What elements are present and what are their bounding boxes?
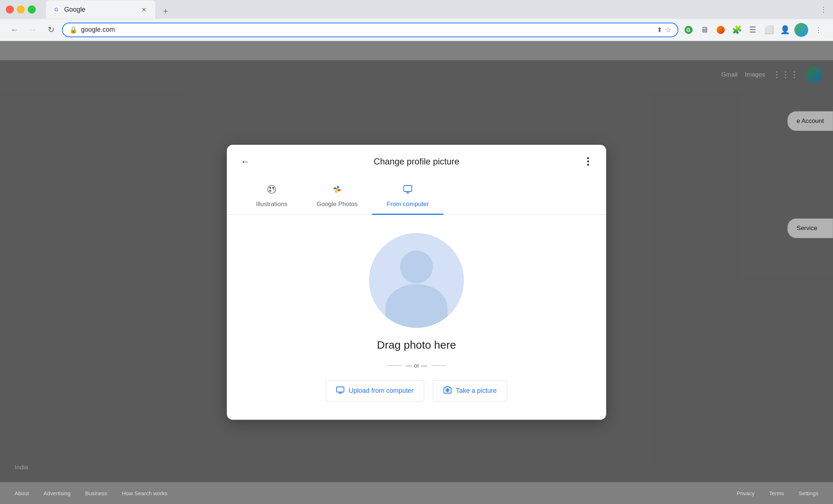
traffic-lights xyxy=(6,5,36,13)
footer-terms[interactable]: Terms xyxy=(769,490,784,496)
from-computer-icon xyxy=(403,184,413,197)
modal-back-button[interactable]: ← xyxy=(237,154,253,170)
svg-point-4 xyxy=(717,26,725,34)
tab-close-button[interactable]: ✕ xyxy=(139,5,148,14)
address-bar[interactable]: 🔒 google.com ⬆ ☆ xyxy=(62,23,678,37)
or-line-left xyxy=(387,365,402,366)
or-divider: — or — xyxy=(387,362,446,369)
profile-avatar[interactable] xyxy=(794,23,808,37)
extension-icon-2[interactable] xyxy=(714,23,727,36)
svg-point-16 xyxy=(447,389,448,391)
footer-privacy[interactable]: Privacy xyxy=(737,490,755,496)
tab-title: Google xyxy=(64,6,136,13)
upload-icon xyxy=(336,386,344,396)
svg-point-6 xyxy=(270,187,271,189)
more-icon xyxy=(587,157,589,166)
modal-overlay: ← Change profile picture xyxy=(0,60,833,504)
google-extension-icon[interactable]: G xyxy=(682,23,695,36)
footer-business[interactable]: Business xyxy=(85,490,107,496)
avatar-preview xyxy=(369,233,464,328)
close-window-button[interactable] xyxy=(6,5,14,13)
upload-from-computer-label: Upload from computer xyxy=(349,387,414,395)
svg-point-8 xyxy=(270,190,271,191)
modal-actions: Upload from computer Take a picture xyxy=(326,380,507,402)
svg-rect-12 xyxy=(337,387,344,392)
window-menu-button[interactable]: ⋮ xyxy=(820,5,827,14)
tab-from-computer[interactable]: From computer xyxy=(372,178,443,215)
tab-google-photos[interactable]: Google Photos xyxy=(302,178,372,215)
illustrations-icon xyxy=(267,184,277,197)
modal-title: Change profile picture xyxy=(253,156,580,167)
maximize-window-button[interactable] xyxy=(28,5,36,13)
svg-text:G: G xyxy=(54,7,58,12)
lock-icon: 🔒 xyxy=(69,26,77,34)
or-line-right xyxy=(431,365,446,366)
or-text: — or — xyxy=(406,362,427,369)
upload-from-computer-button[interactable]: Upload from computer xyxy=(326,380,424,402)
svg-point-7 xyxy=(272,187,274,189)
footer-how-search-works[interactable]: How Search works xyxy=(122,490,167,496)
minimize-window-button[interactable] xyxy=(17,5,25,13)
tab-illustrations[interactable]: Illustrations xyxy=(241,178,302,215)
take-picture-button[interactable]: Take a picture xyxy=(433,380,507,402)
footer-about[interactable]: About xyxy=(15,490,29,496)
avatar-body xyxy=(385,284,448,328)
change-profile-picture-modal: ← Change profile picture xyxy=(227,145,606,420)
address-actions: ⬆ ☆ xyxy=(657,26,671,34)
drag-photo-text: Drag photo here xyxy=(377,339,456,351)
svg-text:G: G xyxy=(686,27,690,33)
toolbar: ← → ↻ 🔒 google.com ⬆ ☆ G 🖥 xyxy=(0,19,833,41)
footer-advertising[interactable]: Advertising xyxy=(43,490,70,496)
page-footer: About Advertising Business How Search wo… xyxy=(0,482,833,504)
refresh-button[interactable]: ↻ xyxy=(44,23,58,37)
new-tab-button[interactable]: + xyxy=(158,4,173,19)
illustrations-label: Illustrations xyxy=(256,201,287,208)
extension-icon-1[interactable]: 🖥 xyxy=(698,23,711,36)
address-text: google.com xyxy=(81,26,653,34)
extension-icon-6[interactable]: 👤 xyxy=(778,23,791,36)
modal-tabs: Illustrations Google Photos xyxy=(227,178,606,215)
title-bar: G Google ✕ + ⋮ xyxy=(0,0,833,19)
modal-header: ← Change profile picture xyxy=(227,145,606,178)
bookmark-icon[interactable]: ☆ xyxy=(665,26,671,34)
google-photos-label: Google Photos xyxy=(317,201,357,208)
google-photos-icon xyxy=(332,184,342,197)
extension-icon-3[interactable]: 🧩 xyxy=(730,23,743,36)
footer-settings[interactable]: Settings xyxy=(799,490,818,496)
svg-rect-9 xyxy=(404,186,412,191)
avatar-head xyxy=(400,251,433,283)
browser-menu-button[interactable]: ⋮ xyxy=(811,23,826,37)
share-icon[interactable]: ⬆ xyxy=(657,26,662,34)
take-picture-label: Take a picture xyxy=(456,387,497,395)
from-computer-label: From computer xyxy=(387,201,429,208)
toolbar-extensions: G 🖥 🧩 ☰ ⬜ 👤 ⋮ xyxy=(682,23,826,37)
camera-icon xyxy=(443,386,452,396)
browser-tab[interactable]: G Google ✕ xyxy=(46,0,155,19)
svg-point-5 xyxy=(268,185,276,193)
forward-button[interactable]: → xyxy=(26,23,40,37)
tab-favicon: G xyxy=(53,6,61,13)
extension-icon-4[interactable]: ☰ xyxy=(746,23,759,36)
browser-frame: G Google ✕ + ⋮ ← → ↻ 🔒 google.com ⬆ ☆ xyxy=(0,0,833,41)
modal-body: Drag photo here — or — Up xyxy=(227,215,606,420)
modal-more-button[interactable] xyxy=(580,154,596,170)
back-button[interactable]: ← xyxy=(7,23,22,37)
extension-icon-5[interactable]: ⬜ xyxy=(762,23,775,36)
